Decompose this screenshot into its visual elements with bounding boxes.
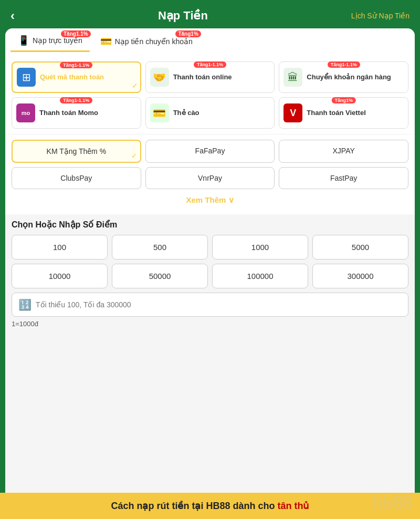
history-link[interactable]: Lịch Sử Nạp Tiền [351, 12, 410, 20]
app-container: ‹ Nạp Tiền Lịch Sử Nạp Tiền Tăng1.1% 📱 N… [0, 0, 420, 519]
tab-transfer-badge: Tăng1% [175, 30, 201, 37]
amount-btn-300000[interactable]: 300000 [312, 264, 408, 288]
back-button[interactable]: ‹ [10, 8, 15, 23]
payment-item-card[interactable]: 💳 Thẻ cào [145, 97, 275, 129]
payment-icon-momo: mo [16, 103, 35, 122]
see-more-button[interactable]: Xem Thêm ∨ [12, 189, 408, 209]
payment-icon-card: 💳 [150, 103, 169, 122]
payment-label-bank: Chuyển khoản ngân hàng [307, 73, 391, 81]
input-icon: 🔢 [18, 298, 32, 311]
payment-label-card: Thẻ cào [173, 109, 200, 117]
payment-item-viettel[interactable]: Tăng1% V Thanh toán Viettel [279, 97, 408, 129]
payment-item-bank[interactable]: Tăng1-1.1% 🏛 Chuyển khoản ngân hàng [279, 61, 408, 93]
amount-btn-500[interactable]: 500 [112, 235, 208, 260]
payment-badge-bank: Tăng1-1.1% [328, 61, 360, 68]
payment-label-viettel: Thanh toán Viettel [307, 109, 365, 117]
payment-badge-momo: Tăng1-1.1% [60, 97, 92, 103]
payment-item-momo[interactable]: Tăng1-1.1% mo Thanh toán Momo [12, 97, 141, 129]
main-content: Tăng1.1% 📱 Nạp trực tuyến Tăng1% 💳 Nạp t… [5, 28, 415, 519]
amount-section: Chọn Hoặc Nhập Số Điểm 100 500 1000 5000… [5, 214, 415, 336]
payment-item-online[interactable]: Tăng1-1.1% 🤝 Thanh toán online [145, 61, 275, 93]
channel-label-fastpay: FastPay [330, 174, 357, 182]
amount-btn-100[interactable]: 100 [12, 235, 108, 260]
channel-label-vnrpay: VnrPay [198, 174, 222, 182]
tab-online-label: Nạp trực tuyến [33, 36, 82, 45]
payment-label-qr: Quét mã thanh toán [40, 73, 104, 81]
payment-label-online: Thanh toán online [173, 73, 232, 81]
channels-grid: KM Tặng Thêm % ✓ FaFaPay XJPAY ClubsPay … [12, 140, 408, 189]
channels-section: KM Tặng Thêm % ✓ FaFaPay XJPAY ClubsPay … [5, 134, 415, 214]
tab-online[interactable]: Tăng1.1% 📱 Nạp trực tuyến [10, 28, 90, 52]
page-title: Nạp Tiền [158, 9, 208, 23]
payment-badge-qr: Tăng1-1.1% [60, 62, 92, 68]
amount-input-wrapper: 🔢 [12, 293, 408, 317]
amount-grid-row1: 100 500 1000 5000 [12, 235, 408, 260]
channel-label-xjpay: XJPAY [333, 147, 355, 155]
amount-grid-row2: 10000 50000 100000 300000 [12, 264, 408, 288]
channel-btn-vnrpay[interactable]: VnrPay [145, 167, 275, 189]
tab-transfer[interactable]: Tăng1% 💳 Nạp tiền chuyển khoản [90, 28, 200, 52]
tab-online-icon: 📱 [18, 35, 29, 46]
channel-btn-xjpay[interactable]: XJPAY [279, 140, 408, 163]
channel-checkmark-km: ✓ [131, 152, 137, 160]
payment-icon-qr: ⊞ [17, 68, 36, 87]
rate-text: 1=1000đ [12, 320, 408, 328]
amount-btn-50000[interactable]: 50000 [112, 264, 208, 288]
banner-text: Cách nạp rút tiền tại HB88 dành cho tân … [111, 500, 309, 512]
tab-transfer-icon: 💳 [100, 36, 112, 47]
amount-btn-1000[interactable]: 1000 [212, 235, 308, 260]
tab-transfer-label: Nạp tiền chuyển khoản [115, 37, 193, 46]
tabs-bar: Tăng1.1% 📱 Nạp trực tuyến Tăng1% 💳 Nạp t… [5, 28, 415, 52]
payment-badge-viettel: Tăng1% [331, 97, 356, 103]
payment-badge-online: Tăng1-1.1% [194, 61, 226, 68]
tab-online-badge: Tăng1.1% [61, 30, 91, 37]
bottom-banner[interactable]: Cách nạp rút tiền tại HB88 dành cho tân … [0, 493, 420, 519]
channel-btn-clubspay[interactable]: ClubsPay [12, 167, 141, 189]
channel-label-fafapay: FaFaPay [195, 147, 225, 155]
header: ‹ Nạp Tiền Lịch Sử Nạp Tiền [0, 0, 420, 28]
channel-btn-km[interactable]: KM Tặng Thêm % ✓ [12, 140, 141, 163]
channel-label-km: KM Tặng Thêm % [47, 147, 107, 155]
payment-item-qr[interactable]: Tăng1-1.1% ⊞ Quét mã thanh toán ✓ [12, 61, 141, 93]
amount-btn-10000[interactable]: 10000 [12, 264, 108, 288]
amount-title: Chọn Hoặc Nhập Số Điểm [12, 220, 408, 230]
payment-icon-viettel: V [284, 103, 302, 122]
payment-label-momo: Thanh toán Momo [39, 109, 98, 117]
channel-label-clubspay: ClubsPay [60, 174, 92, 182]
watermark-text: hb88 [372, 492, 412, 513]
channel-btn-fastpay[interactable]: FastPay [279, 167, 408, 189]
amount-btn-100000[interactable]: 100000 [212, 264, 308, 288]
payment-icon-online: 🤝 [150, 68, 169, 87]
payment-methods-grid: Tăng1-1.1% ⊞ Quét mã thanh toán ✓ Tăng1-… [5, 56, 415, 134]
amount-input[interactable] [36, 300, 402, 309]
channel-btn-fafapay[interactable]: FaFaPay [145, 140, 275, 163]
watermark: hb88 [372, 492, 412, 514]
banner-highlight: tân thủ [278, 501, 309, 511]
amount-btn-5000[interactable]: 5000 [312, 235, 408, 260]
checkmark-qr: ✓ [132, 81, 138, 90]
payment-icon-bank: 🏛 [284, 68, 302, 87]
